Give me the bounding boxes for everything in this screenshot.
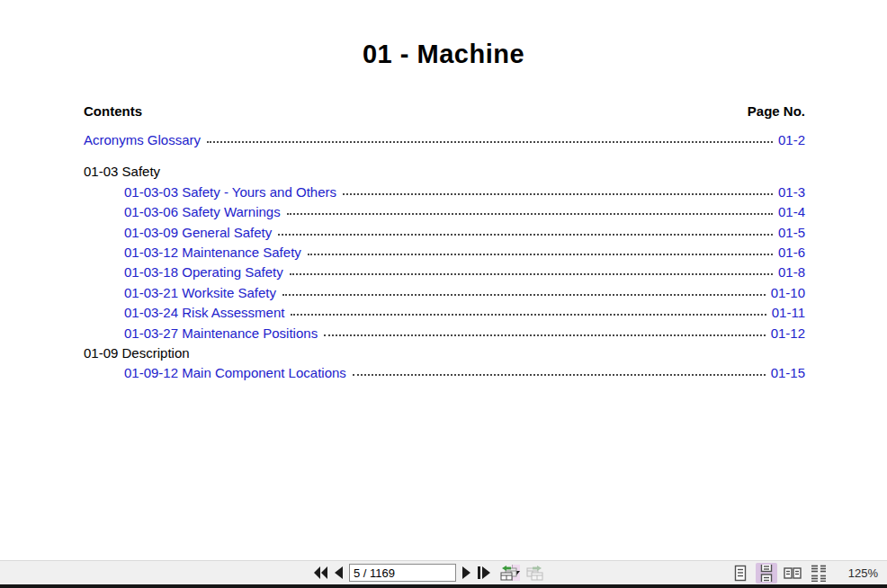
dotted-leader [308, 254, 773, 255]
zoom-level: 125% [848, 566, 878, 580]
toc-entry-page[interactable]: 01-10 [771, 285, 805, 300]
continuous-facing-icon [810, 565, 828, 582]
left-arrow-icon [334, 566, 344, 579]
dotted-leader [343, 193, 773, 195]
dotted-leader [353, 374, 766, 376]
table-of-contents: Contents Page No. Acronyms Glossary 01-2… [84, 103, 805, 386]
dotted-leader [290, 273, 773, 275]
next-page-button[interactable] [461, 565, 471, 581]
toc-entry-label: 01-09 Description [84, 345, 190, 361]
previous-page-button[interactable] [334, 565, 344, 581]
toc-row: 01-03-12 Maintenance Safety 01-6 [84, 245, 805, 264]
toc-row: 01-03-03 Safety - Yours and Others 01-3 [84, 184, 805, 204]
single-page-layout-button[interactable] [730, 563, 751, 584]
last-page-button[interactable] [477, 565, 491, 581]
toc-entry-page[interactable]: 01-11 [772, 305, 805, 320]
toc-row: 01-03-27 Maintenance Positions 01-12 [84, 325, 805, 345]
bar-right-arrow-icon [477, 566, 491, 579]
toc-entry-page[interactable]: 01-4 [778, 204, 805, 219]
toc-row: 01-09-12 Main Component Locations 01-15 [84, 365, 805, 385]
continuous-page-icon [759, 565, 774, 582]
right-arrow-icon [461, 566, 471, 579]
contents-heading: Contents [84, 103, 142, 119]
previous-view-icon [500, 566, 517, 581]
toc-row: 01-03-18 Operating Safety 01-8 [84, 264, 805, 284]
toc-row: 01-03-21 Worksite Safety 01-10 [84, 285, 805, 305]
toc-entry-page[interactable]: 01-8 [778, 264, 805, 280]
toc-row: 01-03-09 General Safety 01-5 [84, 225, 805, 245]
toc-entry-label[interactable]: 01-03-09 General Safety [124, 225, 272, 240]
toc-row: 01-09 Description [84, 345, 805, 365]
toc-entry-page[interactable]: 01-5 [778, 225, 805, 240]
toc-entry-label[interactable]: 01-03-24 Risk Assessment [124, 305, 284, 320]
facing-layout-button[interactable] [782, 563, 803, 584]
window-bottom-edge [0, 584, 887, 588]
page-no-heading: Page No. [748, 103, 805, 119]
previous-view-button[interactable] [500, 566, 517, 581]
next-view-icon [526, 566, 543, 581]
facing-pages-icon [784, 565, 802, 582]
pdf-page: 01 - Machine Contents Page No. Acronyms … [0, 0, 887, 560]
dotted-leader [278, 234, 773, 236]
toc-entry-page[interactable]: 01-12 [771, 325, 805, 341]
first-page-button[interactable] [313, 565, 328, 581]
toc-entry-label: 01-03 Safety [84, 164, 160, 179]
toc-entry-label[interactable]: 01-03-06 Safety Warnings [124, 204, 281, 219]
single-page-icon [733, 565, 748, 582]
toc-entry-page[interactable]: 01-2 [778, 132, 805, 147]
dotted-leader [287, 213, 773, 215]
toc-row: 01-03-24 Risk Assessment 01-11 [84, 305, 805, 325]
toc-entry-label[interactable]: 01-03-03 Safety - Yours and Others [124, 184, 336, 200]
dotted-leader [324, 334, 765, 336]
continuous-facing-layout-button[interactable] [808, 563, 829, 584]
toc-row: 01-03 Safety [84, 164, 805, 183]
next-view-button[interactable] [526, 566, 543, 581]
toc-entry-label[interactable]: 01-03-21 Worksite Safety [124, 285, 276, 300]
toc-header: Contents Page No. [84, 103, 805, 119]
toc-entry-page[interactable]: 01-15 [771, 365, 805, 380]
dotted-leader [282, 294, 766, 296]
toc-entry-label[interactable]: 01-03-12 Maintenance Safety [124, 245, 301, 260]
page-number-combo [349, 564, 456, 582]
toc-entry-label[interactable]: Acronyms Glossary [84, 132, 201, 147]
toc-entry-page[interactable]: 01-3 [778, 184, 805, 200]
double-left-arrow-icon [313, 566, 328, 579]
toc-row: Acronyms Glossary 01-2 [84, 132, 805, 152]
toc-entry-label[interactable]: 01-03-27 Maintenance Positions [124, 325, 318, 341]
toc-row: 01-03-06 Safety Warnings 01-4 [84, 204, 805, 224]
status-bar: 125% [0, 560, 887, 584]
page-navigation [313, 561, 543, 584]
continuous-layout-button[interactable] [756, 563, 777, 584]
toc-entry-label[interactable]: 01-09-12 Main Component Locations [124, 365, 346, 380]
dotted-leader [207, 141, 773, 143]
dotted-leader [291, 314, 766, 316]
toc-entry-page[interactable]: 01-6 [778, 245, 805, 260]
layout-controls: 125% [730, 561, 882, 584]
page-title: 01 - Machine [0, 40, 887, 69]
toc-entry-label[interactable]: 01-03-18 Operating Safety [124, 264, 283, 280]
toc-entries: Acronyms Glossary 01-2 01-03 Safety 01-0… [84, 132, 805, 386]
